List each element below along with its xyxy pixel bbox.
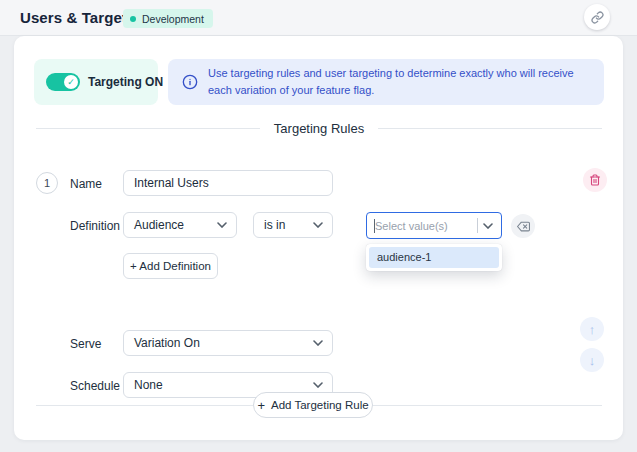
serve-label: Serve (70, 337, 101, 351)
schedule-select-value: None (134, 378, 163, 392)
chevron-down-icon[interactable] (483, 223, 493, 229)
definition-label: Definition (70, 219, 120, 233)
text-cursor (374, 219, 375, 233)
targeting-toggle-label: Targeting ON (88, 75, 163, 89)
rule-number-badge: 1 (36, 172, 58, 194)
values-input[interactable] (367, 220, 477, 232)
attribute-select-value: Audience (134, 218, 184, 232)
targeting-card: ✓ Targeting ON Use targeting rules and u… (14, 36, 623, 440)
trash-icon (589, 174, 601, 186)
users-targeting-screen: Users & Targeting Development ✓ Targetin… (0, 0, 637, 452)
schedule-label: Schedule (70, 379, 120, 393)
environment-dot-icon (130, 16, 136, 22)
rule-name-input[interactable] (123, 170, 333, 196)
attribute-select[interactable]: Audience (123, 212, 237, 238)
arrow-up-icon: ↑ (589, 322, 596, 337)
operator-select[interactable]: is in (253, 212, 333, 238)
chevron-down-icon (313, 382, 323, 388)
chevron-down-icon (313, 222, 323, 228)
plus-icon: + (257, 399, 265, 412)
chevron-down-icon (313, 340, 323, 346)
targeting-toggle-card: ✓ Targeting ON (34, 59, 158, 105)
targeting-info-banner: Use targeting rules and user targeting t… (168, 59, 604, 105)
serve-select-value: Variation On (134, 336, 200, 350)
dropdown-option-audience-1[interactable]: audience-1 (369, 247, 499, 268)
clear-values-button[interactable] (511, 214, 535, 238)
combobox-divider (477, 218, 478, 233)
divider-line-right (378, 128, 602, 129)
arrow-down-icon: ↓ (589, 353, 596, 368)
move-rule-down-button[interactable]: ↓ (580, 348, 604, 372)
targeting-rules-divider: Targeting Rules (36, 120, 602, 136)
add-targeting-rule-label: Add Targeting Rule (271, 399, 369, 411)
toggle-check-icon: ✓ (64, 75, 78, 89)
targeting-rules-title: Targeting Rules (274, 121, 364, 136)
operator-select-value: is in (264, 218, 285, 232)
add-definition-button[interactable]: + Add Definition (123, 253, 218, 279)
targeting-info-text: Use targeting rules and user targeting t… (208, 65, 590, 99)
move-rule-up-button[interactable]: ↑ (580, 317, 604, 341)
info-icon (182, 74, 198, 90)
serve-select[interactable]: Variation On (123, 330, 333, 356)
backspace-icon (517, 220, 530, 233)
delete-rule-button[interactable] (583, 168, 607, 192)
link-icon (591, 11, 604, 24)
environment-label: Development (142, 13, 204, 25)
page-header: Users & Targeting Development (0, 0, 637, 36)
divider-line-left (36, 128, 260, 129)
values-dropdown-menu: audience-1 (366, 244, 502, 271)
environment-badge: Development (123, 9, 213, 28)
targeting-toggle[interactable]: ✓ (46, 73, 80, 91)
name-label: Name (70, 177, 102, 191)
chevron-down-icon (217, 222, 227, 228)
add-targeting-rule-button[interactable]: + Add Targeting Rule (253, 392, 373, 418)
values-combobox[interactable] (366, 212, 502, 239)
copy-link-button[interactable] (584, 4, 610, 30)
